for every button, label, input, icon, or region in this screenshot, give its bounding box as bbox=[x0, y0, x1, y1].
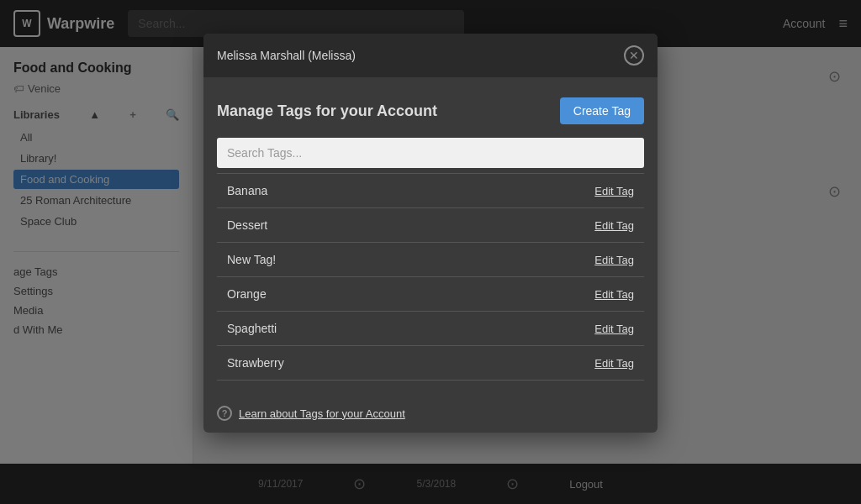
tag-list: Banana Edit Tag Dessert Edit Tag New Tag… bbox=[217, 173, 644, 381]
modal-section-title: Manage Tags for your Account bbox=[217, 102, 437, 120]
modal-overlay[interactable]: Melissa Marshall (Melissa) ✕ Manage Tags… bbox=[0, 0, 861, 504]
tag-row-dessert: Dessert Edit Tag bbox=[217, 207, 644, 242]
create-tag-button[interactable]: Create Tag bbox=[560, 97, 644, 124]
edit-tag-spaghetti[interactable]: Edit Tag bbox=[594, 323, 634, 335]
tag-name-banana: Banana bbox=[227, 184, 267, 197]
tag-row-strawberry: Strawberry Edit Tag bbox=[217, 345, 644, 381]
edit-tag-dessert[interactable]: Edit Tag bbox=[594, 219, 634, 232]
modal-footer: ? Learn about Tags for your Account bbox=[203, 394, 658, 433]
manage-tags-modal: Melissa Marshall (Melissa) ✕ Manage Tags… bbox=[203, 34, 658, 433]
tag-row-spaghetti: Spaghetti Edit Tag bbox=[217, 311, 644, 345]
modal-header: Melissa Marshall (Melissa) ✕ bbox=[203, 34, 658, 77]
tag-row-orange: Orange Edit Tag bbox=[217, 276, 644, 311]
modal-body: Manage Tags for your Account Create Tag … bbox=[203, 77, 658, 394]
tag-name-spaghetti: Spaghetti bbox=[227, 322, 277, 335]
edit-tag-orange[interactable]: Edit Tag bbox=[594, 288, 634, 301]
tag-name-strawberry: Strawberry bbox=[227, 356, 284, 370]
learn-tags-link[interactable]: Learn about Tags for your Account bbox=[239, 407, 405, 420]
modal-body-header: Manage Tags for your Account Create Tag bbox=[217, 97, 644, 124]
search-tags-input[interactable] bbox=[217, 138, 644, 168]
tag-row-newtag: New Tag! Edit Tag bbox=[217, 242, 644, 276]
tag-name-newtag: New Tag! bbox=[227, 253, 276, 266]
tag-row-banana: Banana Edit Tag bbox=[217, 173, 644, 207]
help-icon: ? bbox=[217, 406, 232, 421]
tag-name-dessert: Dessert bbox=[227, 218, 267, 232]
tag-name-orange: Orange bbox=[227, 287, 267, 301]
edit-tag-banana[interactable]: Edit Tag bbox=[594, 185, 634, 197]
modal-close-button[interactable]: ✕ bbox=[624, 45, 644, 66]
edit-tag-newtag[interactable]: Edit Tag bbox=[594, 254, 634, 266]
modal-header-title: Melissa Marshall (Melissa) bbox=[217, 49, 356, 62]
edit-tag-strawberry[interactable]: Edit Tag bbox=[594, 357, 634, 370]
